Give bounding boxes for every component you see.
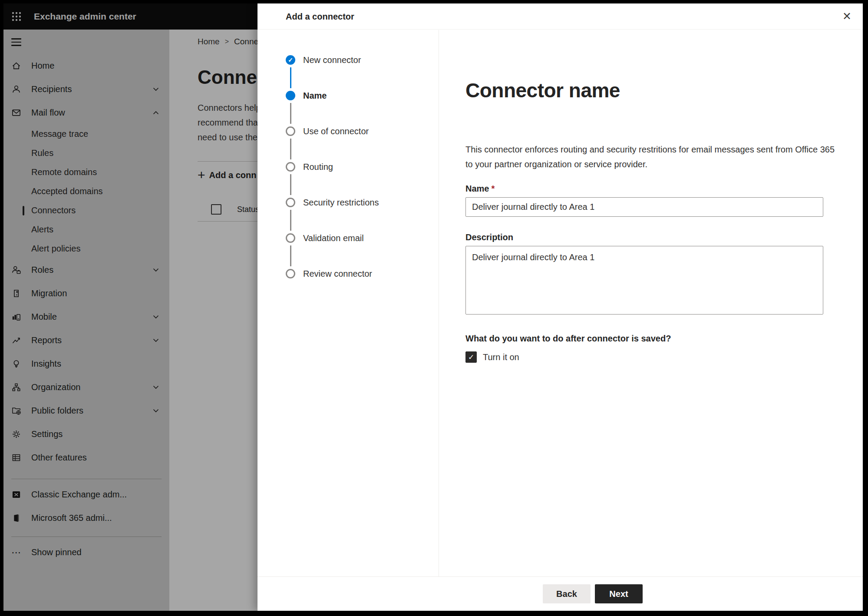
step-completed-indicator: ✓ xyxy=(286,55,295,65)
step-todo-indicator xyxy=(286,233,295,243)
wizard-steps: ✓ New connector Name Use of connector Ro… xyxy=(257,30,439,576)
check-icon: ✓ xyxy=(288,57,293,63)
exchange-admin-center-app: Exchange admin center Home Recipients Ma… xyxy=(3,3,863,611)
connector-description-input[interactable]: Deliver journal directly to Area 1 xyxy=(465,246,823,315)
turn-it-on-label: Turn it on xyxy=(483,352,519,362)
panel-footer: Back Next xyxy=(257,576,863,611)
step-security-restrictions: Security restrictions xyxy=(257,198,439,233)
connector-name-input[interactable] xyxy=(465,197,823,217)
add-connector-panel: Add a connector ✕ ✓ New connector Name U… xyxy=(257,3,863,611)
step-review-connector: Review connector xyxy=(257,269,439,305)
panel-header: Add a connector ✕ xyxy=(257,3,863,30)
step-name: Name xyxy=(257,91,439,126)
turn-it-on-row: ✓ Turn it on xyxy=(465,351,863,363)
turn-it-on-checkbox[interactable]: ✓ xyxy=(465,351,477,363)
step-todo-indicator xyxy=(286,126,295,136)
next-button[interactable]: Next xyxy=(595,584,643,603)
connector-description-text: This connector enforces routing and secu… xyxy=(465,142,863,172)
check-icon: ✓ xyxy=(468,354,474,361)
back-button[interactable]: Back xyxy=(543,584,591,603)
step-use-of-connector: Use of connector xyxy=(257,126,439,162)
after-save-question: What do you want to do after connector i… xyxy=(465,334,863,344)
panel-title: Add a connector xyxy=(286,11,354,21)
close-icon[interactable]: ✕ xyxy=(842,10,851,23)
step-current-indicator xyxy=(286,91,295,100)
name-field-label: Name* xyxy=(465,184,863,194)
step-new-connector: ✓ New connector xyxy=(257,55,439,91)
step-routing: Routing xyxy=(257,162,439,198)
required-asterisk: * xyxy=(491,184,495,193)
step-todo-indicator xyxy=(286,198,295,207)
wizard-main-content: Connector name This connector enforces r… xyxy=(439,30,863,576)
footer-buttons: Back Next xyxy=(543,584,643,603)
page-title: Connector name xyxy=(465,79,863,102)
panel-body: ✓ New connector Name Use of connector Ro… xyxy=(257,30,863,576)
step-todo-indicator xyxy=(286,269,295,278)
description-field-label: Description xyxy=(465,232,863,242)
step-todo-indicator xyxy=(286,162,295,172)
step-validation-email: Validation email xyxy=(257,233,439,269)
